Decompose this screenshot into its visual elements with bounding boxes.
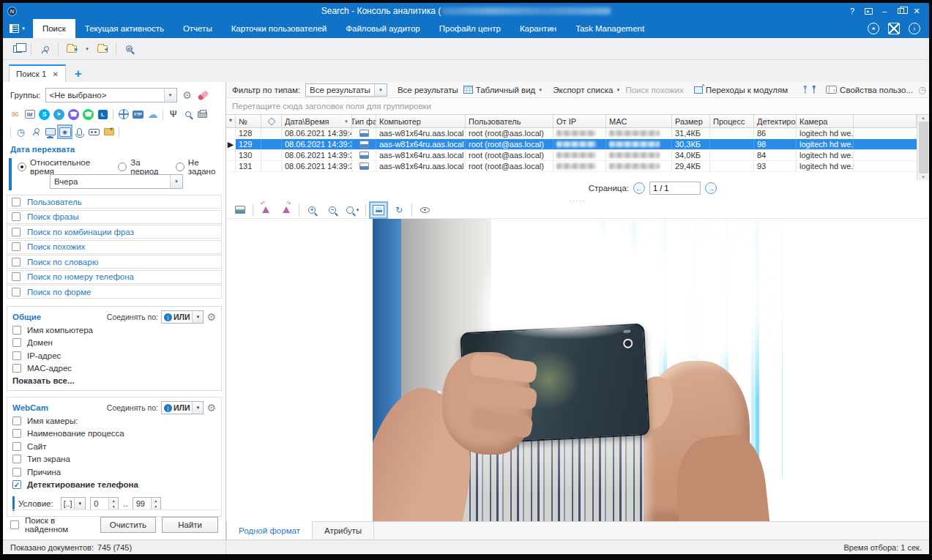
menu-item-profile-center[interactable]: Профайл центр (430, 19, 510, 38)
checkbox[interactable] (12, 468, 21, 477)
radio-relative-time[interactable] (18, 163, 26, 171)
modules-nav-button[interactable]: Переходы к модулям (694, 86, 788, 94)
edit-filter-icon[interactable] (812, 86, 816, 94)
search-in-found-checkbox[interactable] (10, 520, 19, 529)
rotate-left-button[interactable] (258, 203, 274, 217)
col-ip[interactable]: От IP (553, 115, 606, 127)
filter-box-form-search[interactable]: Поиск по форме (7, 285, 222, 299)
webcam-process-name-row[interactable]: Наименование процесса (12, 428, 216, 441)
webcam-settings-gear-icon[interactable]: ⚙ (206, 403, 216, 413)
find-button[interactable]: Найти (162, 517, 218, 533)
app-menu-button[interactable]: ▼ (3, 19, 33, 38)
checkbox[interactable] (12, 326, 21, 335)
chevron-down-icon[interactable]: ▼ (164, 89, 176, 102)
checkbox-checked[interactable]: ✓ (12, 480, 21, 489)
condition-operator-select[interactable]: [..] ▼ (61, 497, 86, 510)
col-marker[interactable]: * (226, 115, 236, 127)
close-button[interactable]: ✕ (910, 5, 923, 17)
chevron-down-icon[interactable]: ▼ (74, 498, 85, 509)
checkbox[interactable] (12, 442, 21, 451)
groups-select[interactable]: <Не выбрано> ▼ (45, 88, 177, 102)
common-mac-row[interactable]: MAC-адрес (12, 362, 216, 376)
stepper-arrows[interactable]: ▲▼ (151, 498, 160, 509)
checkbox[interactable] (12, 212, 20, 221)
checkbox[interactable] (12, 364, 21, 373)
folder-transfer-filter-icon[interactable] (102, 126, 115, 138)
next-page-button[interactable]: → (705, 182, 717, 194)
clear-groups-eraser-icon[interactable] (198, 89, 209, 101)
checkbox[interactable] (12, 429, 21, 438)
telegram-filter-icon[interactable]: ➤ (53, 108, 65, 120)
table-row[interactable]: 128 08.06.2021 14:39:41 aas-w81x64ru.aas… (226, 128, 917, 139)
relative-time-select[interactable]: Вчера ▼ (50, 174, 183, 189)
table-row[interactable]: 130 08.06.2021 14:39:36 aas-w81x64ru.aas… (226, 150, 917, 161)
checkbox[interactable] (12, 351, 21, 360)
checkbox[interactable] (12, 455, 21, 463)
tab-native-format[interactable]: Родной формат (226, 521, 313, 540)
export-list-button[interactable]: Экспорт списка▼ (553, 86, 620, 94)
col-size[interactable]: Размер (672, 115, 710, 127)
common-domain-row[interactable]: Домен (12, 337, 216, 350)
checkbox[interactable] (12, 228, 20, 236)
scroll-down-icon[interactable]: ▼ (921, 175, 925, 179)
table-scrollbar[interactable]: ▲ ▼ (917, 115, 929, 180)
webcam-site-row[interactable]: Сайт (12, 440, 216, 453)
clear-filter-icon[interactable] (803, 86, 807, 94)
search-tab[interactable]: Поиск 1 ✕ (9, 64, 66, 82)
filter-box-similar-search[interactable]: Поиск похожих (7, 240, 222, 254)
scrollbar-thumb[interactable] (919, 122, 928, 173)
menu-item-quarantine[interactable]: Карантин (510, 19, 566, 38)
range-to-stepper[interactable]: 99 ▲▼ (133, 497, 161, 510)
splitter-handle[interactable]: ..... (226, 196, 929, 201)
col-datetime[interactable]: Дата\Время▼ (282, 115, 352, 127)
common-computer-name-row[interactable]: Имя компьютера (12, 324, 216, 337)
table-view-button[interactable]: Табличный вид▼ (463, 86, 543, 94)
menu-item-file-auditor[interactable]: Файловый аудитор (336, 19, 430, 38)
common-ip-row[interactable]: IP-адрес (12, 349, 216, 362)
viber-filter-icon[interactable]: ☎ (67, 108, 80, 120)
chevron-down-icon[interactable]: ▼ (192, 311, 203, 323)
add-tab-button[interactable]: + (75, 66, 82, 82)
save-image-button[interactable] (232, 203, 248, 217)
zoom-in-button[interactable]: + (304, 203, 320, 217)
col-filetype[interactable]: Тип фа (352, 115, 376, 127)
zoom-level-button[interactable]: ▼ (345, 203, 361, 217)
ftp-filter-icon[interactable]: FTP (132, 108, 144, 120)
col-camera[interactable]: Камера (797, 115, 854, 127)
minimize-button[interactable]: – (878, 5, 891, 17)
common-settings-gear-icon[interactable]: ⚙ (206, 312, 216, 322)
menu-item-task-management[interactable]: Task Management (566, 19, 654, 38)
webcam-join-select[interactable]: | ИЛИ ▼ (161, 401, 204, 414)
webcam-camera-name-row[interactable]: Имя камеры: (12, 414, 216, 428)
table-row[interactable]: 131 08.06.2021 14:39:33 aas-w81x64ru.aas… (226, 161, 917, 172)
prev-page-button[interactable]: ← (633, 182, 645, 194)
help-button[interactable]: ? (846, 5, 859, 17)
filter-box-user[interactable]: Пользователь (7, 195, 222, 209)
col-mac[interactable]: MAC (606, 115, 672, 127)
dock-window-button[interactable] (862, 5, 875, 17)
range-from-stepper[interactable]: 0 ▲▼ (90, 497, 119, 510)
im-filter-icon[interactable]: IM (23, 108, 36, 120)
id-search-button[interactable]: ID (121, 41, 138, 57)
chevron-down-icon[interactable]: ▼ (85, 47, 89, 51)
common-join-select[interactable]: | ИЛИ ▼ (161, 310, 204, 324)
preview-eye-button[interactable] (417, 203, 433, 217)
group-by-bar[interactable]: Перетащите сюда заголовок поля для групп… (226, 98, 929, 114)
checkbox[interactable] (12, 258, 20, 266)
export-query-button[interactable]: ➤ (63, 41, 81, 57)
menu-item-search[interactable]: Поиск (33, 19, 75, 38)
restore-button[interactable] (894, 5, 907, 17)
info-icon[interactable]: i (909, 23, 920, 34)
menu-item-reports[interactable]: Отчеты (174, 19, 222, 38)
col-process[interactable]: Процесс (710, 115, 754, 127)
webcam-reason-row[interactable]: Причина (12, 466, 216, 479)
time-filter-icon[interactable]: ◷ (15, 126, 27, 138)
refresh-button[interactable]: ↻ (391, 203, 407, 217)
col-num[interactable]: № (236, 115, 261, 127)
webcam-filter-icon-selected[interactable]: ◉ (59, 126, 71, 138)
license-badge-icon[interactable]: ✶ (868, 23, 879, 34)
page-input[interactable] (649, 182, 701, 195)
rotate-right-button[interactable] (278, 203, 294, 217)
user-activity-filter-icon[interactable] (29, 126, 42, 138)
checkbox[interactable] (12, 272, 20, 281)
